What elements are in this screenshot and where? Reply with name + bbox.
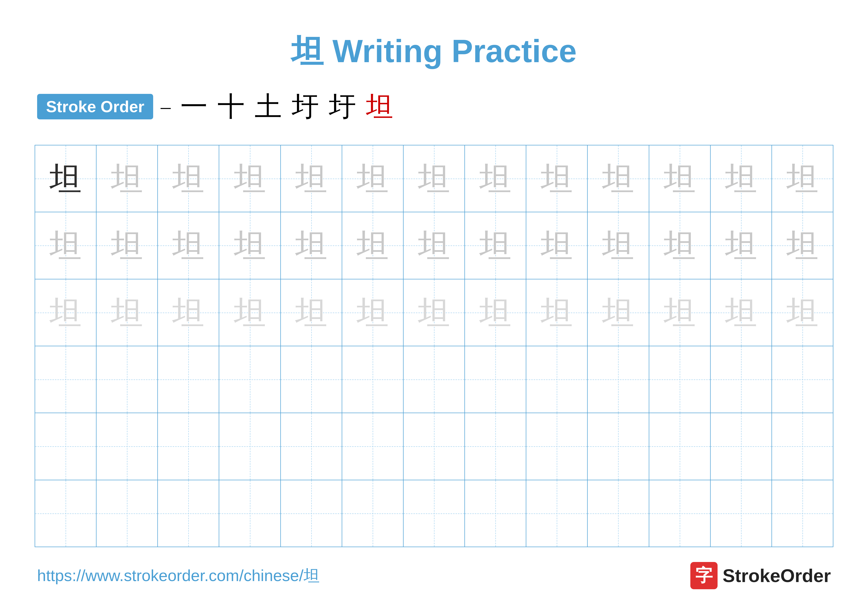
grid-cell[interactable]: 坦	[281, 212, 342, 279]
grid-cell[interactable]: 坦	[158, 145, 219, 212]
grid-cell[interactable]	[526, 480, 587, 547]
grid-cell[interactable]	[219, 413, 281, 479]
grid-cell[interactable]	[649, 480, 711, 547]
grid-cell[interactable]: 坦	[403, 145, 465, 212]
grid-cell[interactable]	[158, 480, 219, 547]
grid-cell[interactable]: 坦	[158, 280, 219, 346]
grid-cell[interactable]: 坦	[526, 212, 587, 279]
grid-cell[interactable]: 坦	[35, 280, 96, 346]
grid-cell[interactable]: 坦	[772, 280, 833, 346]
cell-char: 坦	[479, 297, 512, 329]
grid-cell[interactable]: 坦	[772, 145, 833, 212]
grid-cell[interactable]	[158, 413, 219, 479]
grid-cell[interactable]: 坦	[587, 145, 649, 212]
page: 坦 Writing Practice Stroke Order – 一 十 土 …	[0, 0, 868, 614]
grid-row-5	[35, 413, 833, 480]
grid-cell[interactable]: 坦	[342, 280, 403, 346]
footer: https://www.strokeorder.com/chinese/坦 字 …	[35, 562, 833, 589]
grid-cell[interactable]: 坦	[772, 212, 833, 279]
grid-cell[interactable]: 坦	[403, 212, 465, 279]
cell-char: 坦	[786, 297, 818, 329]
cell-char: 坦	[602, 162, 634, 195]
grid-cell[interactable]: 坦	[649, 145, 711, 212]
cell-char: 坦	[725, 162, 757, 195]
grid-cell[interactable]	[281, 413, 342, 479]
grid-cell[interactable]: 坦	[526, 280, 587, 346]
grid-cell[interactable]	[711, 413, 772, 479]
cell-char: 坦	[479, 162, 512, 195]
brand-name: StrokeOrder	[722, 565, 831, 586]
grid-cell[interactable]	[96, 346, 158, 413]
grid-cell[interactable]	[96, 413, 158, 479]
grid-cell[interactable]: 坦	[649, 280, 711, 346]
grid-cell[interactable]	[158, 346, 219, 413]
grid-cell[interactable]	[35, 480, 96, 547]
stroke-step-6: 坦	[366, 88, 393, 125]
grid-cell[interactable]	[649, 346, 711, 413]
grid-cell[interactable]	[587, 346, 649, 413]
grid-cell[interactable]: 坦	[711, 145, 772, 212]
grid-cell[interactable]	[526, 413, 587, 479]
grid-cell[interactable]: 坦	[96, 280, 158, 346]
grid-cell[interactable]	[587, 413, 649, 479]
grid-cell[interactable]	[403, 346, 465, 413]
stroke-sequence: – 一 十 土 圩 圩 坦	[161, 88, 393, 125]
grid-cell[interactable]	[772, 413, 833, 479]
grid-cell[interactable]	[711, 346, 772, 413]
grid-cell[interactable]: 坦	[219, 280, 281, 346]
grid-cell[interactable]: 坦	[281, 145, 342, 212]
cell-char: 坦	[50, 229, 82, 261]
grid-cell[interactable]	[465, 346, 526, 413]
grid-cell[interactable]: 坦	[465, 212, 526, 279]
cell-char: 坦	[172, 162, 205, 195]
grid-cell[interactable]	[772, 480, 833, 547]
grid-cell[interactable]	[342, 346, 403, 413]
grid-cell[interactable]: 坦	[96, 212, 158, 279]
cell-char: 坦	[50, 297, 82, 329]
stroke-step-1: 一	[180, 88, 208, 125]
grid-cell[interactable]: 坦	[587, 212, 649, 279]
grid-cell[interactable]	[465, 413, 526, 479]
grid-cell[interactable]	[281, 346, 342, 413]
grid-cell[interactable]: 坦	[526, 145, 587, 212]
stroke-order-row: Stroke Order – 一 十 土 圩 圩 坦	[35, 88, 833, 125]
grid-cell[interactable]	[403, 480, 465, 547]
grid-cell[interactable]: 坦	[219, 212, 281, 279]
grid-cell[interactable]: 坦	[96, 145, 158, 212]
grid-cell[interactable]	[35, 413, 96, 479]
cell-char: 坦	[725, 229, 757, 261]
grid-cell[interactable]	[219, 480, 281, 547]
grid-cell[interactable]: 坦	[649, 212, 711, 279]
grid-cell[interactable]	[772, 346, 833, 413]
stroke-order-badge: Stroke Order	[37, 94, 153, 120]
grid-cell[interactable]	[526, 346, 587, 413]
grid-cell[interactable]: 坦	[35, 212, 96, 279]
cell-char: 坦	[111, 229, 143, 261]
grid-cell[interactable]: 坦	[219, 145, 281, 212]
grid-cell[interactable]	[35, 346, 96, 413]
grid-cell[interactable]	[342, 413, 403, 479]
grid-cell[interactable]	[219, 346, 281, 413]
cell-char: 坦	[172, 297, 205, 329]
grid-cell[interactable]: 坦	[158, 212, 219, 279]
grid-cell[interactable]: 坦	[342, 145, 403, 212]
grid-cell[interactable]	[711, 480, 772, 547]
grid-cell[interactable]	[587, 480, 649, 547]
grid-cell[interactable]: 坦	[465, 145, 526, 212]
grid-cell[interactable]: 坦	[281, 280, 342, 346]
grid-cell[interactable]	[96, 480, 158, 547]
grid-cell[interactable]: 坦	[35, 145, 96, 212]
grid-cell[interactable]: 坦	[342, 212, 403, 279]
grid-cell[interactable]	[342, 480, 403, 547]
grid-cell[interactable]: 坦	[711, 280, 772, 346]
grid-cell[interactable]	[649, 413, 711, 479]
cell-char: 坦	[541, 229, 573, 261]
grid-cell[interactable]	[281, 480, 342, 547]
cell-char: 坦	[356, 162, 389, 195]
grid-cell[interactable]: 坦	[465, 280, 526, 346]
grid-cell[interactable]	[403, 413, 465, 479]
grid-cell[interactable]: 坦	[587, 280, 649, 346]
grid-cell[interactable]: 坦	[403, 280, 465, 346]
grid-cell[interactable]: 坦	[711, 212, 772, 279]
grid-cell[interactable]	[465, 480, 526, 547]
